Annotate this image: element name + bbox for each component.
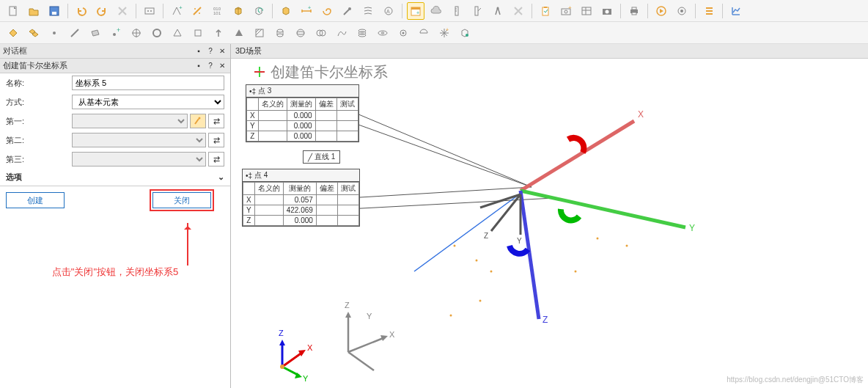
probe-icon[interactable] bbox=[339, 2, 356, 20]
svg-text:Z: Z bbox=[484, 232, 488, 240]
merge-icon[interactable] bbox=[312, 24, 330, 42]
triangle-icon[interactable] bbox=[169, 24, 186, 42]
svg-rect-2 bbox=[52, 12, 56, 15]
point-icon[interactable] bbox=[45, 24, 63, 42]
close-icon[interactable]: ✕ bbox=[217, 46, 227, 56]
magic-icon[interactable] bbox=[188, 2, 206, 20]
swap-third-button[interactable]: ⇄ bbox=[208, 152, 224, 166]
spiral-icon[interactable] bbox=[318, 2, 336, 20]
cylinder-icon[interactable] bbox=[271, 24, 289, 42]
line-icon: ╱ bbox=[308, 153, 312, 161]
half-sphere-icon[interactable] bbox=[415, 24, 433, 42]
calendar-icon[interactable]: + bbox=[407, 2, 424, 20]
dialog-title: 对话框 bbox=[3, 45, 27, 56]
diamond-icon[interactable] bbox=[4, 24, 22, 42]
settings-icon[interactable] bbox=[141, 2, 158, 20]
create-button[interactable]: 创建 bbox=[6, 192, 65, 208]
method-label: 方式: bbox=[6, 97, 72, 108]
plus-point-icon[interactable]: + bbox=[107, 24, 125, 42]
redo-icon[interactable] bbox=[93, 2, 111, 20]
help-icon[interactable]: ? bbox=[205, 46, 216, 56]
first-select[interactable] bbox=[72, 114, 188, 128]
dialog-header: 对话框 ▪ ? ✕ bbox=[0, 44, 230, 59]
ruler-icon[interactable]: + bbox=[298, 2, 315, 20]
ring-icon[interactable] bbox=[148, 24, 166, 42]
add-feature-icon[interactable]: + bbox=[168, 2, 185, 20]
pick-first-button[interactable] bbox=[190, 114, 206, 128]
diamonds-icon[interactable] bbox=[25, 24, 43, 42]
help2-icon[interactable]: ? bbox=[205, 61, 216, 71]
gear-play-icon[interactable] bbox=[673, 2, 691, 20]
path-icon[interactable] bbox=[333, 24, 350, 42]
dimension-icon[interactable]: A bbox=[380, 2, 397, 20]
camera-icon[interactable] bbox=[598, 2, 616, 20]
method-select[interactable]: 从基本元素 bbox=[72, 95, 224, 109]
close-button[interactable]: 关闭 bbox=[152, 192, 211, 208]
clipboard-icon[interactable] bbox=[537, 2, 554, 20]
minimize-icon[interactable]: ▪ bbox=[194, 46, 204, 56]
third-select[interactable] bbox=[72, 152, 206, 166]
scene-viewport[interactable]: 3D场景 创建笛卡尔坐标系 X Y Z Z bbox=[231, 44, 868, 388]
dialog-subtitle: 创建笛卡尔坐标系 bbox=[3, 60, 67, 71]
svg-text:Z: Z bbox=[345, 301, 350, 310]
cube-refresh-icon[interactable] bbox=[250, 2, 268, 20]
svg-point-58 bbox=[297, 29, 304, 37]
flow-icon[interactable] bbox=[359, 2, 377, 20]
angle-icon[interactable] bbox=[468, 2, 486, 20]
line-icon[interactable] bbox=[66, 24, 84, 42]
list-icon[interactable] bbox=[700, 2, 718, 20]
cloud-icon[interactable] bbox=[427, 2, 445, 20]
play-icon[interactable] bbox=[652, 2, 670, 20]
minimize2-icon[interactable]: ▪ bbox=[194, 61, 204, 71]
stack-icon[interactable] bbox=[353, 24, 371, 42]
scene-header: 3D场景 bbox=[231, 44, 868, 59]
chart-icon[interactable] bbox=[727, 2, 745, 20]
svg-text:Z: Z bbox=[279, 329, 284, 337]
undo-icon[interactable] bbox=[73, 2, 90, 20]
second-select[interactable] bbox=[72, 133, 206, 147]
svg-rect-21 bbox=[475, 7, 478, 15]
svg-line-81 bbox=[521, 191, 685, 227]
star-icon[interactable]: + bbox=[435, 24, 453, 42]
gear-icon[interactable] bbox=[394, 24, 412, 42]
triangle-solid-icon[interactable] bbox=[230, 24, 248, 42]
hatch-icon[interactable] bbox=[251, 24, 268, 42]
table-icon[interactable] bbox=[578, 2, 595, 20]
svg-text:Y: Y bbox=[689, 223, 695, 233]
box-icon[interactable] bbox=[277, 2, 295, 20]
open-file-icon[interactable] bbox=[25, 2, 43, 20]
hex-icon[interactable] bbox=[456, 24, 474, 42]
svg-point-97 bbox=[450, 315, 452, 317]
measure-tool-icon[interactable] bbox=[448, 2, 466, 20]
compass-icon[interactable] bbox=[489, 2, 507, 20]
point4-table: 名义的测量的偏差测试 X0.057 Y422.069 Z0.000 bbox=[243, 182, 359, 226]
camera-add-icon[interactable]: + bbox=[557, 2, 575, 20]
arrow-up-icon[interactable] bbox=[210, 24, 227, 42]
swap-first-button[interactable]: ⇄ bbox=[208, 114, 224, 128]
svg-text:+: + bbox=[416, 10, 419, 15]
torus-icon[interactable] bbox=[374, 24, 391, 42]
crosshair-icon[interactable] bbox=[128, 24, 145, 42]
cube-icon[interactable] bbox=[229, 2, 247, 20]
main-toolbar-2: + + bbox=[0, 22, 868, 44]
name-input[interactable] bbox=[72, 76, 224, 90]
scene-title: 创建笛卡尔坐标系 bbox=[253, 62, 388, 82]
swap-second-button[interactable]: ⇄ bbox=[208, 133, 224, 147]
svg-text:+: + bbox=[117, 27, 120, 34]
new-file-icon[interactable] bbox=[4, 2, 22, 20]
close2-icon[interactable]: ✕ bbox=[217, 61, 227, 71]
svg-point-57 bbox=[277, 34, 283, 37]
plane-icon[interactable] bbox=[87, 24, 104, 42]
save-icon[interactable] bbox=[45, 2, 63, 20]
svg-line-74 bbox=[348, 110, 532, 187]
svg-text:Y: Y bbox=[517, 237, 522, 245]
print-icon[interactable] bbox=[625, 2, 643, 20]
binary-icon[interactable]: 010101 bbox=[209, 2, 227, 20]
options-row[interactable]: 选项 ⌄ bbox=[0, 169, 230, 186]
svg-text:+: + bbox=[179, 5, 183, 11]
sphere-icon[interactable] bbox=[292, 24, 309, 42]
point3-title: 点 3 bbox=[258, 86, 271, 96]
line1-tag: ╱直线 1 bbox=[303, 150, 340, 164]
square-icon[interactable] bbox=[189, 24, 207, 42]
svg-point-5 bbox=[150, 10, 152, 12]
